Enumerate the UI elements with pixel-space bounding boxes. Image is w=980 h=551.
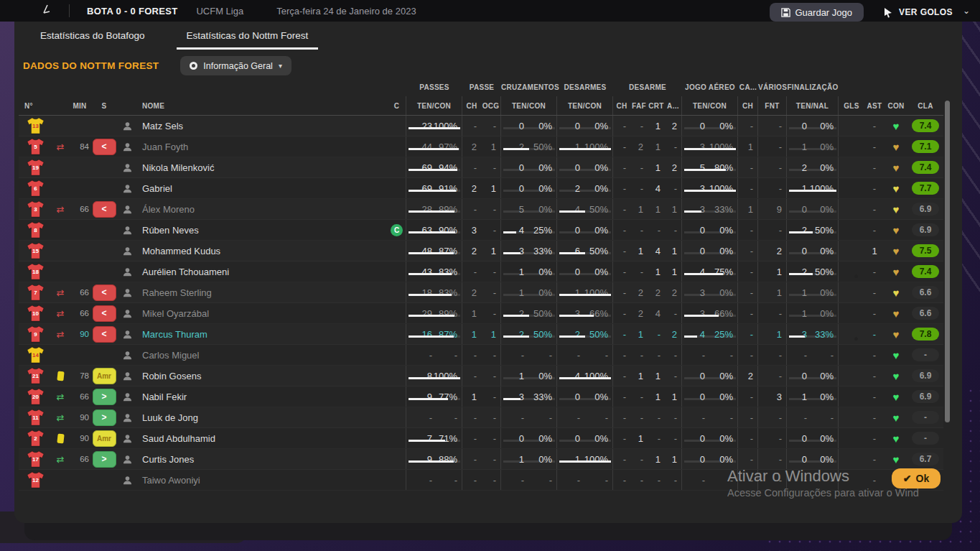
ok-button[interactable]: ✔ Ok xyxy=(892,468,941,489)
sub-on-icon: ⇄ xyxy=(57,392,65,402)
player-name[interactable]: Rúben Neves xyxy=(136,225,388,236)
player-name[interactable]: Aurélien Tchouameni xyxy=(136,267,388,277)
player-name[interactable]: Gabriel xyxy=(136,183,388,194)
save-game-button[interactable]: Guardar Jogo xyxy=(770,3,864,22)
player-name[interactable]: Mikel Oyarzábal xyxy=(136,308,388,319)
chevron-down-icon[interactable]: ⌄ xyxy=(963,6,970,16)
stat-bar xyxy=(503,398,521,400)
stat-cell: - xyxy=(437,470,462,490)
table-row[interactable]: 5⇄84<Juan Foyth4497%21250%1100%-21-3100%… xyxy=(19,136,943,157)
player-name[interactable]: Robin Gosens xyxy=(136,371,388,381)
stat-cell: 3 xyxy=(787,329,811,340)
stat-cell: 0 xyxy=(787,246,811,256)
table-row[interactable]: 15Mohammed Kudus4887%21333%650%-14100%-2… xyxy=(19,241,943,261)
rating-badge: 7.5 xyxy=(912,244,939,257)
player-photo-icon xyxy=(122,475,133,486)
s-badge-cell: < xyxy=(90,201,118,218)
stat-bar xyxy=(409,252,454,254)
table-row[interactable]: 13Matz Sels23100%--00%00%--1200%--00%-♥7… xyxy=(19,116,943,136)
stat-cell: 28 xyxy=(406,204,437,215)
player-name[interactable]: Nabil Fekir xyxy=(136,392,388,402)
minutes-cell: 78 xyxy=(69,371,90,380)
table-row[interactable]: 2178AmrRobin Gosens8100%--10%4100%-11-00… xyxy=(19,366,943,386)
table-row[interactable]: 11⇄90>Luuk de Jong-------------------♥- xyxy=(19,407,943,428)
info-filter-dropdown[interactable]: Informação Geral ▾ xyxy=(180,56,291,75)
condition-cell: ♥ xyxy=(885,308,907,319)
condition-cell: ♥ xyxy=(885,267,907,277)
stat-cell: 1 xyxy=(648,267,665,277)
player-name[interactable]: Curtis Jones xyxy=(136,454,388,465)
table-row[interactable]: 3⇄66<Álex Moreno2889%--50%450%-111333%19… xyxy=(19,199,943,220)
table-row[interactable]: 6Gabriel6991%2100%20%--4-3100%--1100%-♥7… xyxy=(19,178,943,199)
assists-cell: - xyxy=(864,204,885,215)
player-name[interactable]: Carlos Miguel xyxy=(136,350,388,361)
stat-cell: 0% xyxy=(528,199,557,219)
stat-cell: - xyxy=(481,428,501,448)
player-name[interactable]: Juan Foyth xyxy=(136,142,388,152)
stat-cell: 2 xyxy=(665,282,682,302)
player-photo-icon xyxy=(122,329,133,340)
assists-cell: 1 xyxy=(864,246,885,256)
player-name[interactable]: Marcus Thuram xyxy=(136,329,388,340)
assists-cell: - xyxy=(864,183,885,194)
stat-cell: - xyxy=(630,267,648,277)
stat-cell: 2 xyxy=(665,116,682,136)
stat-cell: 3 xyxy=(557,308,584,319)
minutes-cell: 66 xyxy=(69,392,90,401)
whistle-icon[interactable] xyxy=(42,4,53,18)
stat-bar xyxy=(789,190,836,192)
stat-cell: 100% xyxy=(709,178,738,198)
table-row[interactable]: 9⇄90<Marcus Thuram1687%11250%250%-1-2425… xyxy=(19,324,943,345)
photo-cell xyxy=(118,225,136,236)
stat-cell: - xyxy=(811,407,839,427)
table-row[interactable]: 20⇄66>Nabil Fekir977%1-333%00%--1100%-31… xyxy=(19,386,943,407)
stat-cell: 1 xyxy=(557,454,584,465)
stat-cell: 1 xyxy=(630,329,648,340)
assists-cell: - xyxy=(864,142,885,152)
stat-cell: - xyxy=(665,178,682,198)
player-name[interactable]: Luuk de Jong xyxy=(136,412,388,423)
table-row[interactable]: 18Aurélien Tchouameni4383%--10%00%--1147… xyxy=(19,261,943,282)
table-row[interactable]: 290AmrSaud Abdulhamid771%--00%00%-1--00%… xyxy=(19,428,943,449)
svg-text:10: 10 xyxy=(32,310,39,317)
stat-cell: - xyxy=(437,407,462,427)
stat-cell: 2 xyxy=(787,162,811,173)
stat-cell: - xyxy=(481,366,501,386)
player-name[interactable]: Matz Sels xyxy=(136,121,388,131)
vertical-scrollbar[interactable] xyxy=(945,101,950,422)
player-name[interactable]: Nikola Milenković xyxy=(136,162,388,173)
table-row[interactable]: 19Nikola Milenković6994%--00%00%--12580%… xyxy=(19,157,943,178)
stat-cell: 0% xyxy=(811,428,839,448)
stat-bar xyxy=(684,148,736,150)
event-icon-cell: ⇄ xyxy=(52,392,69,402)
stat-cell: 77% xyxy=(437,386,462,407)
shirt-icon: 18 xyxy=(26,263,45,281)
player-name[interactable]: Álex Moreno xyxy=(136,204,388,215)
event-icon-cell xyxy=(52,371,69,381)
stat-cell: 0 xyxy=(557,392,584,402)
sub-off-icon: ⇄ xyxy=(57,308,65,319)
player-name[interactable]: Raheem Sterling xyxy=(136,287,388,298)
stat-cell: - xyxy=(481,282,501,302)
player-name[interactable]: Mohammed Kudus xyxy=(136,246,388,256)
tab-botafogo-stats[interactable]: Estatísticas do Botafogo xyxy=(40,30,145,50)
stat-cell: 2 xyxy=(665,157,682,177)
stat-cell: - xyxy=(406,350,437,361)
table-row[interactable]: 14Carlos Miguel-------------------♥- xyxy=(19,345,943,366)
stat-cell: - xyxy=(528,345,557,365)
stat-cell: 66% xyxy=(584,303,613,323)
stat-cell: - xyxy=(811,345,839,365)
table-row[interactable]: 8Rúben NevesC6390%3-425%00%----00%--250%… xyxy=(19,220,943,241)
player-name[interactable]: Taiwo Awoniyi xyxy=(136,475,388,486)
rating-badge: 7.7 xyxy=(912,182,939,195)
stat-cell: - xyxy=(738,407,758,427)
table-row[interactable]: 7⇄66<Raheem Sterling1883%2-10%1100%-2223… xyxy=(19,282,943,303)
player-name[interactable]: Saud Abdulhamid xyxy=(136,433,388,444)
view-goals-button[interactable]: VER GOLOS xyxy=(883,3,953,22)
player-photo-icon xyxy=(122,392,133,402)
table-row[interactable]: 10⇄66<Mikel Oyarzábal2989%1-250%366%-24-… xyxy=(19,303,943,324)
stat-cell: 1 xyxy=(481,241,501,261)
tab-nottm-forest-stats[interactable]: Estatísticas do Nottm Forest xyxy=(187,30,309,50)
sub-off-icon: ⇄ xyxy=(57,287,65,298)
photo-cell xyxy=(118,204,136,215)
